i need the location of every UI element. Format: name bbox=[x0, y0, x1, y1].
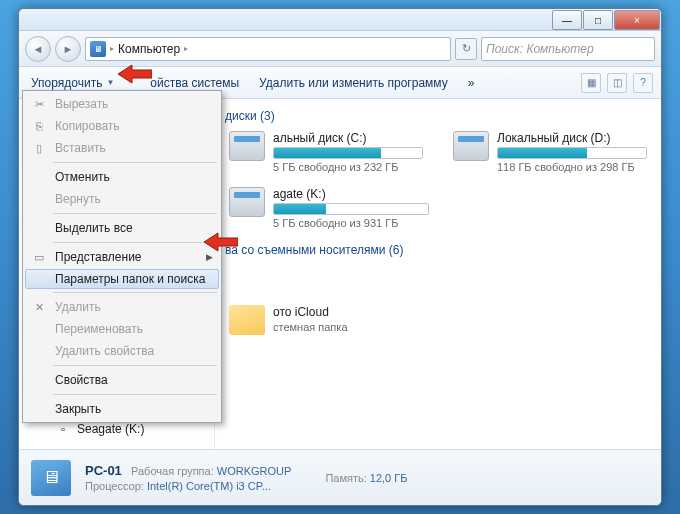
preview-pane-button[interactable]: ◫ bbox=[607, 73, 627, 93]
menu-separator bbox=[53, 394, 217, 395]
hdd-icon bbox=[229, 187, 265, 217]
memory-value: 12,0 ГБ bbox=[370, 472, 408, 484]
menu-properties[interactable]: Свойства bbox=[25, 369, 219, 391]
navbar: ◄ ► 🖥 ▸ Компьютер ▸ ↻ Поиск: Компьютер bbox=[19, 31, 661, 67]
main-pane: диски (3) альный диск (C:) 5 ГБ свободно… bbox=[215, 99, 661, 449]
drive-usage-bar bbox=[273, 203, 429, 215]
chevron-down-icon: ▼ bbox=[106, 78, 114, 87]
copy-icon: ⎘ bbox=[31, 118, 47, 134]
svg-marker-1 bbox=[204, 233, 238, 251]
view-mode-button[interactable]: ▦ bbox=[581, 73, 601, 93]
breadcrumb-item[interactable]: Компьютер bbox=[118, 42, 180, 56]
uninstall-change-button[interactable]: Удалить или изменить программу bbox=[255, 74, 452, 92]
refresh-button[interactable]: ↻ bbox=[455, 38, 477, 60]
cpu-label: Процессор: bbox=[85, 480, 144, 492]
menu-select-all[interactable]: Выделить все bbox=[25, 217, 219, 239]
paste-icon: ▯ bbox=[31, 140, 47, 156]
drive-free-space: 5 ГБ свободно из 931 ГБ bbox=[273, 217, 429, 229]
menu-separator bbox=[53, 292, 217, 293]
menu-copy[interactable]: ⎘Копировать bbox=[25, 115, 219, 137]
delete-icon: ✕ bbox=[31, 299, 47, 315]
workgroup-label: Рабочая группа: bbox=[131, 465, 214, 477]
computer-name: PC-01 bbox=[85, 463, 122, 478]
breadcrumb-sep-icon: ▸ bbox=[110, 44, 114, 53]
folder-item-icloud[interactable]: ото iCloud стемная папка bbox=[229, 305, 429, 335]
menu-separator bbox=[53, 365, 217, 366]
menu-separator bbox=[53, 242, 217, 243]
drive-free-space: 118 ГБ свободно из 298 ГБ bbox=[497, 161, 647, 173]
svg-marker-0 bbox=[118, 65, 152, 83]
folder-icon bbox=[229, 305, 265, 335]
menu-paste[interactable]: ▯Вставить bbox=[25, 137, 219, 159]
cpu-value: Intel(R) Core(TM) i3 CP... bbox=[147, 480, 271, 492]
drive-name: Локальный диск (D:) bbox=[497, 131, 647, 145]
hdd-icon bbox=[453, 131, 489, 161]
drive-name: альный диск (C:) bbox=[273, 131, 423, 145]
organize-label: Упорядочить bbox=[31, 76, 102, 90]
drive-usage-bar bbox=[497, 147, 647, 159]
minimize-button[interactable]: — bbox=[552, 10, 582, 30]
workgroup-value: WORKGROUP bbox=[217, 465, 292, 477]
menu-delete[interactable]: ✕Удалить bbox=[25, 296, 219, 318]
organize-button[interactable]: Упорядочить ▼ bbox=[27, 74, 118, 92]
submenu-arrow-icon: ▶ bbox=[206, 252, 213, 262]
folder-name: ото iCloud bbox=[273, 305, 429, 319]
computer-icon: 🖥 bbox=[31, 460, 71, 496]
back-button[interactable]: ◄ bbox=[25, 36, 51, 62]
drive-free-space: 5 ГБ свободно из 232 ГБ bbox=[273, 161, 423, 173]
toolbar-overflow-button[interactable]: » bbox=[464, 74, 479, 92]
section-header-hdd[interactable]: диски (3) bbox=[225, 109, 647, 123]
menu-separator bbox=[53, 213, 217, 214]
search-placeholder: Поиск: Компьютер bbox=[486, 42, 594, 56]
maximize-button[interactable]: □ bbox=[583, 10, 613, 30]
forward-button[interactable]: ► bbox=[55, 36, 81, 62]
computer-icon: 🖥 bbox=[90, 41, 106, 57]
hdd-icon bbox=[229, 131, 265, 161]
drive-usage-bar bbox=[273, 147, 423, 159]
menu-layout[interactable]: ▭Представление▶ bbox=[25, 246, 219, 268]
menu-rename[interactable]: Переименовать bbox=[25, 318, 219, 340]
menu-remove-properties[interactable]: Удалить свойства bbox=[25, 340, 219, 362]
close-button[interactable]: × bbox=[614, 10, 660, 30]
drive-item-d[interactable]: Локальный диск (D:) 118 ГБ свободно из 2… bbox=[453, 131, 647, 173]
annotation-arrow bbox=[204, 231, 238, 253]
menu-redo[interactable]: Вернуть bbox=[25, 188, 219, 210]
organize-menu: ✂Вырезать ⎘Копировать ▯Вставить Отменить… bbox=[22, 90, 222, 423]
details-pane: 🖥 PC-01 Рабочая группа: WORKGROUP Процес… bbox=[19, 449, 661, 505]
section-header-removable[interactable]: ва со съемными носителями (6) bbox=[225, 243, 647, 257]
search-input[interactable]: Поиск: Компьютер bbox=[481, 37, 655, 61]
toolbar-right: ▦ ◫ ? bbox=[581, 73, 653, 93]
sidebar-item-label: Seagate (K:) bbox=[77, 422, 144, 436]
drive-icon: ▫ bbox=[55, 421, 71, 437]
annotation-arrow bbox=[118, 63, 152, 85]
drive-name: agate (K:) bbox=[273, 187, 429, 201]
system-properties-button[interactable]: ойства системы bbox=[146, 74, 243, 92]
menu-separator bbox=[53, 162, 217, 163]
scissors-icon: ✂ bbox=[31, 96, 47, 112]
menu-undo[interactable]: Отменить bbox=[25, 166, 219, 188]
memory-label: Память: bbox=[325, 472, 366, 484]
breadcrumb-sep-icon: ▸ bbox=[184, 44, 188, 53]
drive-item-k[interactable]: agate (K:) 5 ГБ свободно из 931 ГБ bbox=[229, 187, 429, 229]
help-button[interactable]: ? bbox=[633, 73, 653, 93]
menu-close[interactable]: Закрыть bbox=[25, 398, 219, 420]
menu-folder-options[interactable]: Параметры папок и поиска bbox=[25, 269, 219, 289]
layout-icon: ▭ bbox=[31, 249, 47, 265]
address-bar[interactable]: 🖥 ▸ Компьютер ▸ bbox=[85, 37, 451, 61]
menu-cut[interactable]: ✂Вырезать bbox=[25, 93, 219, 115]
titlebar: — □ × bbox=[19, 9, 661, 31]
drive-item-c[interactable]: альный диск (C:) 5 ГБ свободно из 232 ГБ bbox=[229, 131, 423, 173]
folder-type: стемная папка bbox=[273, 321, 429, 333]
